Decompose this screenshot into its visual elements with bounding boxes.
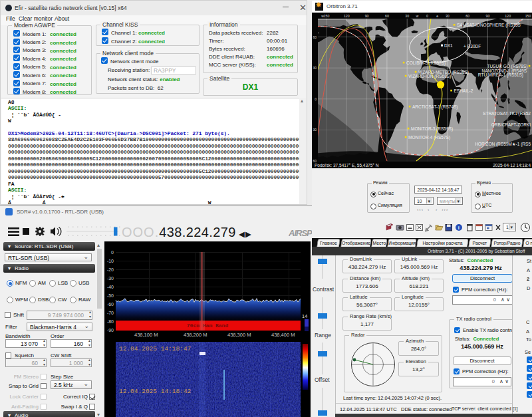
svg-text:60: 60 [466,14,469,18]
svg-text:VIZARD-ION (RS68S): VIZARD-ION (RS68S) [408,74,451,79]
svg-text:12.04.2025 14:18:47: 12.04.2025 14:18:47 [119,345,191,352]
svg-text:MONITOR-3 (RS59S): MONITOR-3 (RS59S) [411,126,453,132]
svg-text:70cm Ham Band: 70cm Ham Band [187,323,229,329]
svg-text:30: 30 [313,66,317,70]
svg-text:e: e [436,14,438,18]
svg-text:0: 0 [315,97,317,101]
svg-text:ORBICRAFT-ZORKI: ORBICRAFT-ZORKI [491,122,531,127]
svg-text:90: 90 [486,14,490,18]
svg-text:DX1: DX1 [444,43,453,48]
svg-text:HORIZON (RS59M★-1 (RS5: HORIZON (RS59M★-1 (RS5 [475,142,531,147]
svg-text:-60: -60 [107,302,114,307]
svg-text:COLIBRI-S (RS57S): COLIBRI-S (RS57S) [406,61,446,66]
svg-text:-30: -30 [107,276,114,281]
svg-text:438,200 M: 438,200 M [184,332,207,338]
svg-text:i: i [458,225,460,231]
svg-text:438,400 M: 438,400 M [271,332,295,338]
svg-text:-20: -20 [107,267,114,272]
svg-text:-40: -40 [107,285,114,289]
svg-text:0: 0 [426,14,428,18]
svg-text:90: 90 [365,14,369,18]
svg-text:-90: -90 [107,328,114,333]
svg-text:SAMSAT-IONOSPHERE (RS75S: SAMSAT-IONOSPHERE (RS75S [457,23,521,28]
svg-text:438,100 M: 438,100 M [134,332,158,338]
svg-text:150: 150 [324,14,330,18]
svg-text:0: 0 [111,250,114,255]
svg-text:w: w [416,14,418,18]
svg-text:STRATOSAT-TK1 (RS52: STRATOSAT-TK1 (RS52 [483,111,531,116]
svg-text:150: 150 [525,14,531,18]
svg-text:60: 60 [385,14,389,18]
svg-text:438,300 M: 438,300 M [227,332,251,338]
svg-text:30: 30 [405,14,409,18]
svg-text:ESHAIL-2: ESHAIL-2 [454,88,473,93]
svg-text:w: w [321,14,324,18]
svg-text:-80: -80 [107,319,114,324]
svg-text:-70: -70 [107,311,114,315]
svg-text:ARCTICSAT-1 (RS74S): ARCTICSAT-1 (RS74S) [412,104,458,110]
svg-text:60: 60 [313,35,317,39]
svg-text:30: 30 [313,128,317,132]
svg-text:-50: -50 [107,293,114,298]
svg-text:12.04.2025 14:18:42: 12.04.2025 14:18:42 [119,388,192,395]
svg-text:120: 120 [344,14,350,18]
svg-text:30: 30 [446,14,450,18]
svg-text:14: 14 [302,313,307,319]
svg-text:-10: -10 [107,259,114,263]
svg-text:+ R30DF: + R30DF [464,44,481,49]
svg-text:RTU MIREA-1 (RS51S): RTU MIREA-1 (RS51S) [478,72,523,78]
svg-text:120: 120 [505,14,511,18]
svg-text:MONITOR-4 (RS57S): MONITOR-4 (RS57S) [408,135,450,140]
